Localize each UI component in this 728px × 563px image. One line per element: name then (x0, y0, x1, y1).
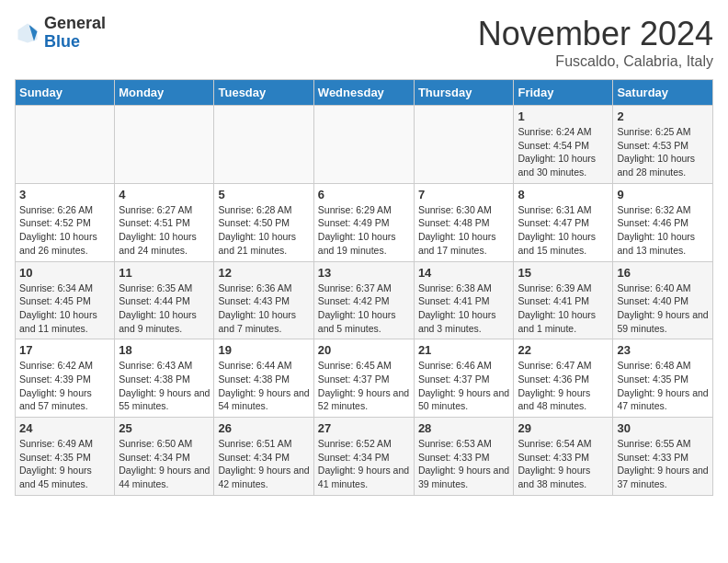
calendar-cell: 25Sunrise: 6:50 AMSunset: 4:34 PMDayligh… (115, 418, 214, 496)
day-info: Sunrise: 6:28 AMSunset: 4:50 PMDaylight:… (218, 203, 309, 258)
day-number: 2 (617, 109, 709, 123)
day-number: 25 (119, 421, 210, 435)
day-number: 30 (617, 421, 709, 435)
calendar-cell: 10Sunrise: 6:34 AMSunset: 4:45 PMDayligh… (16, 261, 115, 339)
day-number: 14 (418, 266, 510, 280)
day-number: 15 (518, 266, 609, 280)
month-title: November 2024 (478, 15, 713, 53)
calendar-cell: 28Sunrise: 6:53 AMSunset: 4:33 PMDayligh… (414, 418, 514, 496)
day-number: 19 (218, 343, 309, 357)
weekday-header-monday: Monday (115, 80, 214, 106)
page-header: General Blue November 2024 Fuscaldo, Cal… (15, 15, 713, 70)
weekday-header-sunday: Sunday (16, 80, 115, 106)
calendar-header: SundayMondayTuesdayWednesdayThursdayFrid… (16, 80, 713, 106)
day-info: Sunrise: 6:47 AMSunset: 4:36 PMDaylight:… (518, 359, 609, 413)
calendar-cell: 20Sunrise: 6:45 AMSunset: 4:37 PMDayligh… (313, 339, 414, 418)
week-row-3: 10Sunrise: 6:34 AMSunset: 4:45 PMDayligh… (16, 261, 713, 339)
day-number: 11 (119, 266, 210, 280)
day-info: Sunrise: 6:44 AMSunset: 4:38 PMDaylight:… (218, 359, 309, 413)
calendar-cell (414, 106, 514, 184)
day-number: 13 (318, 266, 410, 280)
day-info: Sunrise: 6:31 AMSunset: 4:47 PMDaylight:… (518, 203, 609, 258)
day-number: 3 (19, 188, 110, 201)
calendar-cell: 5Sunrise: 6:28 AMSunset: 4:50 PMDaylight… (214, 183, 313, 261)
day-number: 1 (518, 109, 609, 123)
day-number: 9 (617, 188, 709, 201)
calendar-cell: 23Sunrise: 6:48 AMSunset: 4:35 PMDayligh… (613, 339, 713, 418)
weekday-header-tuesday: Tuesday (214, 80, 313, 106)
weekday-header-wednesday: Wednesday (313, 80, 414, 106)
day-number: 18 (119, 343, 210, 357)
day-info: Sunrise: 6:49 AMSunset: 4:35 PMDaylight:… (19, 437, 110, 491)
day-number: 12 (218, 266, 309, 280)
day-info: Sunrise: 6:25 AMSunset: 4:53 PMDaylight:… (617, 125, 709, 179)
day-number: 26 (218, 421, 309, 435)
week-row-2: 3Sunrise: 6:26 AMSunset: 4:52 PMDaylight… (16, 183, 713, 261)
week-row-5: 24Sunrise: 6:49 AMSunset: 4:35 PMDayligh… (16, 418, 713, 496)
day-info: Sunrise: 6:38 AMSunset: 4:41 PMDaylight:… (418, 282, 510, 336)
day-number: 21 (418, 343, 510, 357)
logo: General Blue (15, 15, 106, 52)
calendar-cell: 22Sunrise: 6:47 AMSunset: 4:36 PMDayligh… (514, 339, 613, 418)
calendar-cell (313, 106, 414, 184)
calendar-cell (16, 106, 115, 184)
day-number: 17 (19, 343, 110, 357)
calendar-cell: 1Sunrise: 6:24 AMSunset: 4:54 PMDaylight… (514, 106, 613, 184)
calendar-cell: 6Sunrise: 6:29 AMSunset: 4:49 PMDaylight… (313, 183, 414, 261)
day-number: 10 (19, 266, 110, 280)
day-info: Sunrise: 6:26 AMSunset: 4:52 PMDaylight:… (19, 203, 110, 258)
day-info: Sunrise: 6:52 AMSunset: 4:34 PMDaylight:… (318, 437, 410, 491)
calendar-cell: 26Sunrise: 6:51 AMSunset: 4:34 PMDayligh… (214, 418, 313, 496)
day-number: 7 (418, 188, 510, 201)
calendar-cell: 13Sunrise: 6:37 AMSunset: 4:42 PMDayligh… (313, 261, 414, 339)
logo-blue-text: Blue (44, 32, 80, 51)
day-number: 8 (518, 188, 609, 201)
calendar-cell: 19Sunrise: 6:44 AMSunset: 4:38 PMDayligh… (214, 339, 313, 418)
calendar-cell: 12Sunrise: 6:36 AMSunset: 4:43 PMDayligh… (214, 261, 313, 339)
calendar-cell: 18Sunrise: 6:43 AMSunset: 4:38 PMDayligh… (115, 339, 214, 418)
calendar-cell (115, 106, 214, 184)
week-row-1: 1Sunrise: 6:24 AMSunset: 4:54 PMDaylight… (16, 106, 713, 184)
week-row-4: 17Sunrise: 6:42 AMSunset: 4:39 PMDayligh… (16, 339, 713, 418)
weekday-header-saturday: Saturday (613, 80, 713, 106)
weekday-row: SundayMondayTuesdayWednesdayThursdayFrid… (16, 80, 713, 106)
day-info: Sunrise: 6:50 AMSunset: 4:34 PMDaylight:… (119, 437, 210, 491)
weekday-header-friday: Friday (514, 80, 613, 106)
day-info: Sunrise: 6:45 AMSunset: 4:37 PMDaylight:… (318, 359, 410, 413)
calendar-cell: 3Sunrise: 6:26 AMSunset: 4:52 PMDaylight… (16, 183, 115, 261)
day-number: 28 (418, 421, 510, 435)
day-info: Sunrise: 6:53 AMSunset: 4:33 PMDaylight:… (418, 437, 510, 491)
day-info: Sunrise: 6:40 AMSunset: 4:40 PMDaylight:… (617, 282, 709, 336)
day-info: Sunrise: 6:39 AMSunset: 4:41 PMDaylight:… (518, 282, 609, 336)
day-info: Sunrise: 6:48 AMSunset: 4:35 PMDaylight:… (617, 359, 709, 413)
calendar-cell: 29Sunrise: 6:54 AMSunset: 4:33 PMDayligh… (514, 418, 613, 496)
day-info: Sunrise: 6:51 AMSunset: 4:34 PMDaylight:… (218, 437, 309, 491)
day-number: 22 (518, 343, 609, 357)
day-number: 5 (218, 188, 309, 201)
day-info: Sunrise: 6:54 AMSunset: 4:33 PMDaylight:… (518, 437, 609, 491)
day-info: Sunrise: 6:24 AMSunset: 4:54 PMDaylight:… (518, 125, 609, 179)
day-info: Sunrise: 6:29 AMSunset: 4:49 PMDaylight:… (318, 203, 410, 258)
calendar-cell: 27Sunrise: 6:52 AMSunset: 4:34 PMDayligh… (313, 418, 414, 496)
title-block: November 2024 Fuscaldo, Calabria, Italy (478, 15, 713, 70)
day-number: 20 (318, 343, 410, 357)
day-info: Sunrise: 6:55 AMSunset: 4:33 PMDaylight:… (617, 437, 709, 491)
calendar-cell: 9Sunrise: 6:32 AMSunset: 4:46 PMDaylight… (613, 183, 713, 261)
location-subtitle: Fuscaldo, Calabria, Italy (478, 53, 713, 70)
calendar-cell: 24Sunrise: 6:49 AMSunset: 4:35 PMDayligh… (16, 418, 115, 496)
day-number: 24 (19, 421, 110, 435)
calendar-cell: 8Sunrise: 6:31 AMSunset: 4:47 PMDaylight… (514, 183, 613, 261)
day-info: Sunrise: 6:36 AMSunset: 4:43 PMDaylight:… (218, 282, 309, 336)
calendar-cell: 4Sunrise: 6:27 AMSunset: 4:51 PMDaylight… (115, 183, 214, 261)
day-info: Sunrise: 6:37 AMSunset: 4:42 PMDaylight:… (318, 282, 410, 336)
logo-icon (15, 20, 40, 46)
calendar-cell: 16Sunrise: 6:40 AMSunset: 4:40 PMDayligh… (613, 261, 713, 339)
day-number: 6 (318, 188, 410, 201)
day-info: Sunrise: 6:46 AMSunset: 4:37 PMDaylight:… (418, 359, 510, 413)
calendar-cell (214, 106, 313, 184)
day-number: 27 (318, 421, 410, 435)
day-info: Sunrise: 6:42 AMSunset: 4:39 PMDaylight:… (19, 359, 110, 413)
day-number: 29 (518, 421, 609, 435)
day-info: Sunrise: 6:34 AMSunset: 4:45 PMDaylight:… (19, 282, 110, 336)
calendar-table: SundayMondayTuesdayWednesdayThursdayFrid… (15, 79, 713, 496)
